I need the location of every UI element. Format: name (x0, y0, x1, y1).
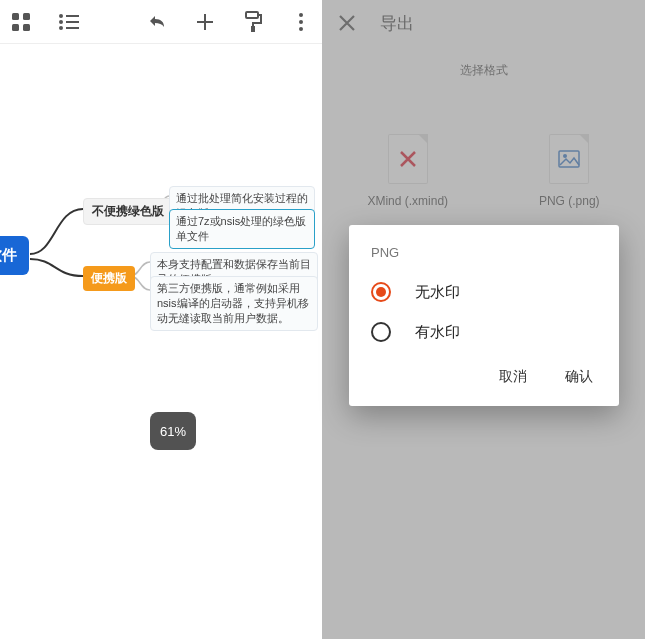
svg-point-8 (59, 26, 63, 30)
mindmap-node-green[interactable]: 不便携绿色版 (83, 198, 173, 225)
zoom-indicator: 61% (150, 412, 196, 450)
grid-icon[interactable] (10, 11, 32, 33)
mindmap-node-portable[interactable]: 便携版 (83, 266, 135, 291)
svg-rect-7 (66, 21, 79, 23)
mindmap-leaf[interactable]: 第三方便携版，通常例如采用nsis编译的启动器，支持异机移动无缝读取当前用户数据… (150, 276, 318, 331)
svg-point-6 (59, 20, 63, 24)
dialog-actions: 取消 确认 (371, 362, 597, 392)
svg-rect-3 (23, 24, 30, 31)
radio-option-no-watermark[interactable]: 无水印 (371, 282, 597, 302)
svg-point-14 (299, 13, 303, 17)
mindmap-leaf-selected[interactable]: 通过7z或nsis处理的绿色版单文件 (169, 209, 315, 249)
radio-icon (371, 282, 391, 302)
radio-label: 无水印 (415, 283, 460, 302)
undo-icon[interactable] (146, 11, 168, 33)
mindmap-canvas[interactable]: 色软件 不便携绿色版 便携版 通过批处理简化安装过程的绿色版 通过7z或nsis… (0, 44, 322, 639)
svg-rect-13 (251, 26, 255, 32)
mindmap-root-node[interactable]: 色软件 (0, 236, 29, 275)
png-options-dialog: PNG 无水印 有水印 取消 确认 (349, 225, 619, 406)
svg-rect-0 (12, 13, 19, 20)
svg-rect-5 (66, 15, 79, 17)
connectors (0, 44, 322, 639)
svg-point-15 (299, 20, 303, 24)
svg-rect-11 (197, 21, 213, 23)
cancel-button[interactable]: 取消 (495, 362, 531, 392)
list-icon[interactable] (58, 11, 80, 33)
radio-option-with-watermark[interactable]: 有水印 (371, 322, 597, 342)
confirm-button[interactable]: 确认 (561, 362, 597, 392)
radio-label: 有水印 (415, 323, 460, 342)
dialog-title: PNG (371, 245, 597, 260)
more-icon[interactable] (290, 11, 312, 33)
add-icon[interactable] (194, 11, 216, 33)
svg-rect-2 (12, 24, 19, 31)
export-pane: 导出 选择格式 XMind (.xmind) PNG (.png) PNG 无水… (322, 0, 645, 639)
svg-point-4 (59, 14, 63, 18)
format-paint-icon[interactable] (242, 11, 264, 33)
svg-rect-9 (66, 27, 79, 29)
svg-rect-1 (23, 13, 30, 20)
svg-point-16 (299, 27, 303, 31)
svg-rect-12 (246, 12, 258, 18)
editor-pane: 色软件 不便携绿色版 便携版 通过批处理简化安装过程的绿色版 通过7z或nsis… (0, 0, 322, 639)
radio-icon (371, 322, 391, 342)
toolbar (0, 0, 322, 44)
